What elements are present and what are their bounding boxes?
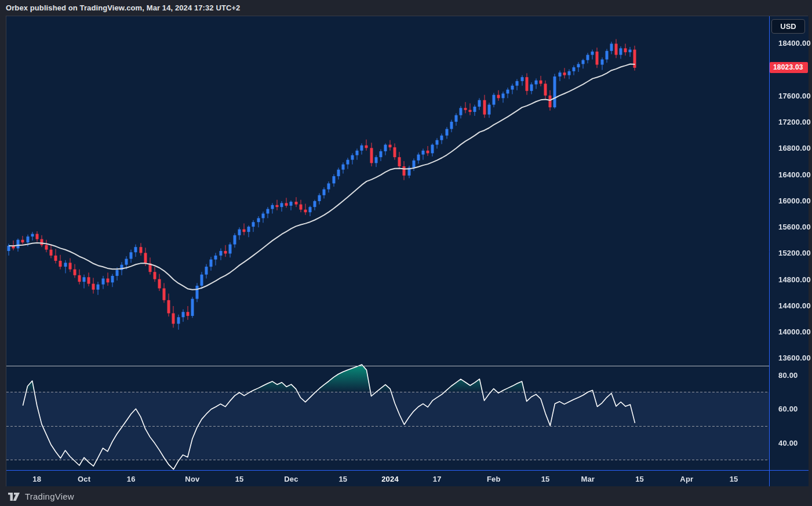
rsi-tick-label: 60.00 (778, 405, 798, 413)
price-tick-label: 15600.00 (778, 223, 811, 231)
time-tick-label: 2024 (381, 475, 399, 483)
footer-bar: TradingView (0, 486, 812, 506)
attribution-text: Orbex published on TradingView.com, Mar … (0, 3, 240, 12)
time-tick-label: 15 (235, 475, 244, 483)
price-tick-label: 16800.00 (778, 144, 811, 152)
price-tick-label: 16400.00 (778, 170, 811, 179)
time-tick-label: 17 (433, 475, 442, 483)
time-tick-label: 15 (338, 475, 347, 483)
published-chart-page: Orbex published on TradingView.com, Mar … (0, 0, 812, 506)
time-tick-label: 15 (635, 475, 644, 483)
time-tick-label: 15 (541, 475, 550, 483)
time-tick-label: Feb (487, 475, 501, 483)
currency-button[interactable]: USD (771, 19, 805, 34)
price-tick-label: 14800.00 (778, 275, 811, 283)
time-tick-label: Nov (185, 475, 199, 483)
time-tick-label: 18 (32, 475, 41, 483)
time-tick-label: 16 (127, 475, 136, 483)
rsi-tick-label: 40.00 (778, 439, 798, 447)
tradingview-brand-text: TradingView (25, 492, 74, 501)
last-price-badge: 18023.03 (770, 62, 808, 73)
price-tick-label: 14400.00 (778, 301, 811, 310)
tradingview-logo-icon (8, 491, 20, 501)
time-tick-label: Apr (680, 475, 693, 483)
price-tick-label: 17600.00 (778, 91, 811, 100)
time-scale[interactable]: 18Oct16Nov15Dec15202417Feb15Mar15Apr15 (6, 471, 769, 487)
chart-canvas[interactable] (6, 16, 809, 487)
chart-panel: USD 18400.0017600.0017200.0016800.001640… (6, 16, 808, 486)
rsi-tick-label: 80.00 (778, 370, 798, 379)
price-tick-label: 16000.00 (778, 196, 811, 205)
price-tick-label: 15200.00 (778, 249, 811, 257)
time-tick-label: Dec (284, 475, 298, 483)
time-tick-label: Oct (78, 475, 90, 483)
attribution-bar: Orbex published on TradingView.com, Mar … (0, 0, 812, 16)
price-tick-label: 17200.00 (778, 118, 811, 126)
tradingview-logo-link[interactable]: TradingView (8, 491, 74, 501)
price-tick-label: 18400.00 (778, 39, 811, 48)
time-tick-label: 15 (730, 475, 738, 483)
price-tick-label: 13600.00 (778, 354, 811, 362)
price-tick-label: 14000.00 (778, 327, 811, 336)
time-tick-label: Mar (581, 475, 595, 483)
